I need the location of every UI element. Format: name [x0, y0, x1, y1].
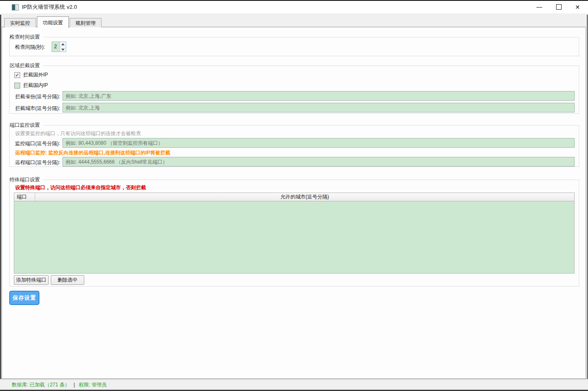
status-bar: 数据库: 已加载（271 条） | 权限: 管理员: [0, 379, 588, 390]
close-icon: ✕: [570, 1, 585, 13]
port-monitor-hint: 设置要监控的端口，只有访问这些端口的连接才会被检查: [15, 130, 141, 137]
group-port-monitor-legend: 端口监控设置: [10, 122, 43, 129]
group-region-block-legend: 区域拦截设置: [10, 62, 43, 69]
interval-value[interactable]: 2: [52, 42, 60, 52]
title-bar: IP防火墙管理系统 v2.0 ✕: [0, 1, 588, 13]
spin-down-icon: [61, 49, 65, 51]
app-icon: [12, 4, 19, 10]
group-region-block: 区域拦截设置 ✓ 拦截国外IP 拦截国内IP 拦截省份(逗号分隔): 拦截城市(…: [9, 65, 579, 114]
column-header-port: 端口: [14, 193, 35, 201]
window-left-border: [0, 15, 1, 390]
tab-function-settings[interactable]: 功能设置: [37, 16, 69, 28]
minimize-button[interactable]: [532, 1, 546, 13]
special-port-warning: 设置特殊端口，访问这些端口必须来自指定城市，否则拦截: [15, 184, 146, 191]
interval-label: 检查间隔(秒):: [15, 44, 45, 51]
checkbox-block-domestic-ip[interactable]: 拦截国内IP: [14, 82, 48, 89]
remote-port-warning: 远程端口监控: 监控反向连接的远程端口,连接到这些端口的IP将被拦截: [15, 149, 170, 156]
group-special-port-legend: 特殊端口设置: [10, 176, 43, 183]
status-database: 数据库: 已加载（271 条）: [12, 382, 70, 388]
spinner-buttons: [60, 42, 66, 52]
group-special-port: 特殊端口设置 设置特殊端口，访问这些端口必须来自指定城市，否则拦截 端口 允许的…: [9, 180, 579, 287]
checkbox-checked-icon[interactable]: ✓: [14, 72, 20, 78]
checkbox-block-domestic-ip-label: 拦截国内IP: [23, 82, 48, 89]
spin-down-button[interactable]: [60, 47, 66, 52]
column-header-allowed-cities: 允许的城市(逗号分隔): [35, 193, 574, 201]
special-port-table: 端口 允许的城市(逗号分隔): [14, 193, 575, 274]
maximize-button[interactable]: [552, 1, 566, 13]
group-check-time-legend: 检查时间设置: [10, 34, 43, 41]
spin-up-icon: [61, 43, 65, 45]
special-port-table-body[interactable]: [14, 201, 574, 274]
block-city-label: 拦截城市(逗号分隔):: [15, 105, 60, 112]
add-special-port-button[interactable]: 添加特殊端口: [14, 275, 49, 285]
monitor-port-input[interactable]: [62, 138, 575, 148]
save-settings-button[interactable]: 保存设置: [9, 291, 39, 305]
close-button[interactable]: ✕: [570, 1, 585, 13]
checkbox-block-foreign-ip[interactable]: ✓ 拦截国外IP: [14, 71, 48, 78]
checkbox-block-foreign-ip-label: 拦截国外IP: [23, 71, 48, 78]
tab-rule-management[interactable]: 规则管理: [70, 18, 101, 27]
interval-spinner[interactable]: 2: [52, 42, 66, 52]
status-permission: 权限: 管理员: [79, 382, 107, 388]
remote-port-label: 远程端口(逗号分隔):: [15, 159, 60, 166]
block-province-input[interactable]: [62, 91, 575, 101]
group-check-time: 检查时间设置 检查间隔(秒): 2: [9, 37, 579, 56]
remote-port-input[interactable]: [62, 157, 575, 167]
monitor-port-label: 监控端口(逗号分隔):: [15, 140, 60, 147]
app-window: IP防火墙管理系统 v2.0 ✕ 实时监控 功能设置 规则管理 检查时间设置 检…: [0, 0, 588, 391]
window-title: IP防火墙管理系统 v2.0: [22, 1, 77, 13]
spin-up-button[interactable]: [60, 42, 66, 47]
special-port-table-header: 端口 允许的城市(逗号分隔): [14, 193, 574, 201]
tab-realtime-monitor[interactable]: 实时监控: [4, 18, 36, 27]
maximize-icon: [556, 4, 562, 10]
block-city-input[interactable]: [62, 103, 575, 112]
delete-selected-button[interactable]: 删除选中: [51, 275, 84, 285]
block-province-label: 拦截省份(逗号分隔):: [15, 93, 60, 100]
group-port-monitor: 端口监控设置 设置要监控的端口，只有访问这些端口的连接才会被检查 监控端口(逗号…: [9, 125, 579, 167]
status-text: 数据库: 已加载（271 条） | 权限: 管理员: [12, 379, 107, 390]
tab-bar: 实时监控 功能设置 规则管理: [4, 16, 102, 27]
status-divider: |: [71, 382, 77, 388]
checkbox-unchecked-icon[interactable]: [14, 83, 20, 89]
minimize-icon: [536, 7, 542, 8]
